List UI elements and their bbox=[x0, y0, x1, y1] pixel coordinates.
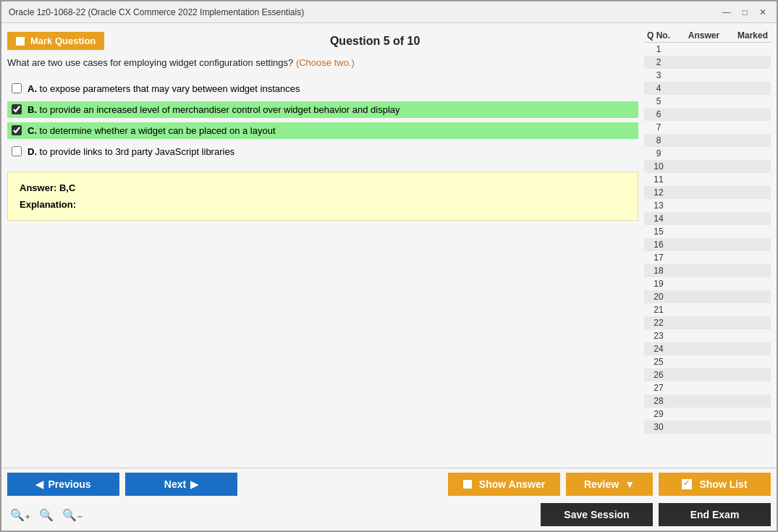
option-a-checkbox[interactable] bbox=[12, 83, 22, 93]
option-c: C. to determine whether a widget can be … bbox=[7, 122, 638, 139]
q-row-marked bbox=[735, 135, 771, 145]
q-row-number: 11 bbox=[644, 174, 673, 185]
question-text: What are two use cases for employing wid… bbox=[7, 56, 638, 70]
q-list-row[interactable]: 10 bbox=[644, 160, 771, 173]
q-row-answer bbox=[673, 344, 735, 354]
q-list-row[interactable]: 9 bbox=[644, 147, 771, 160]
q-list-row[interactable]: 28 bbox=[644, 394, 771, 408]
q-row-marked bbox=[735, 331, 771, 341]
q-row-marked bbox=[735, 83, 771, 93]
question-body: What are two use cases for employing wid… bbox=[7, 57, 293, 68]
q-row-marked bbox=[735, 240, 771, 250]
review-label: Review bbox=[584, 478, 619, 490]
left-panel: Mark Question Question 5 of 10 What are … bbox=[7, 29, 638, 462]
q-list-row[interactable]: 22 bbox=[644, 316, 771, 329]
q-row-answer bbox=[673, 135, 735, 145]
zoom-in-button[interactable]: 🔍₊ bbox=[7, 507, 33, 523]
q-list-row[interactable]: 23 bbox=[644, 329, 771, 342]
q-list-scroll[interactable]: 1 2 3 4 5 6 7 8 bbox=[644, 43, 771, 462]
q-row-number: 21 bbox=[644, 305, 673, 315]
show-list-button[interactable]: Show List bbox=[659, 473, 771, 496]
q-list-row[interactable]: 16 bbox=[644, 238, 771, 251]
q-list-row[interactable]: 8 bbox=[644, 134, 771, 147]
option-a-label: A. to expose parameters that may vary be… bbox=[28, 83, 300, 94]
q-list-row[interactable]: 29 bbox=[644, 408, 771, 421]
q-row-number: 3 bbox=[644, 70, 673, 80]
q-list-row[interactable]: 25 bbox=[644, 355, 771, 368]
close-button[interactable]: ✕ bbox=[756, 7, 769, 17]
q-list-row[interactable]: 6 bbox=[644, 108, 771, 121]
q-list-row[interactable]: 11 bbox=[644, 173, 771, 186]
option-b-checkbox[interactable] bbox=[12, 104, 22, 114]
option-c-checkbox[interactable] bbox=[12, 125, 22, 135]
q-row-answer bbox=[673, 370, 735, 380]
q-row-marked bbox=[735, 292, 771, 302]
previous-button[interactable]: ◀ Previous bbox=[7, 473, 119, 496]
q-row-marked bbox=[735, 109, 771, 119]
question-title: Question 5 of 10 bbox=[111, 35, 638, 48]
prev-arrow-icon: ◀ bbox=[35, 478, 43, 490]
q-list-row[interactable]: 1 bbox=[644, 43, 771, 56]
show-answer-button[interactable]: Show Answer bbox=[448, 473, 560, 496]
q-list-row[interactable]: 14 bbox=[644, 212, 771, 225]
window-title: Oracle 1z0-1068-22 (Oracle CX Commerce 2… bbox=[9, 7, 304, 17]
q-list-row[interactable]: 20 bbox=[644, 290, 771, 303]
q-list-row[interactable]: 18 bbox=[644, 264, 771, 277]
maximize-button[interactable]: □ bbox=[740, 7, 750, 17]
window-controls: — □ ✕ bbox=[719, 7, 769, 17]
q-list-row[interactable]: 24 bbox=[644, 342, 771, 355]
q-row-number: 23 bbox=[644, 331, 673, 341]
q-row-number: 10 bbox=[644, 161, 673, 172]
next-button[interactable]: Next ▶ bbox=[125, 473, 237, 496]
q-row-answer bbox=[673, 70, 735, 80]
q-row-marked bbox=[735, 174, 771, 185]
q-list-row[interactable]: 7 bbox=[644, 121, 771, 134]
options-list: A. to expose parameters that may vary be… bbox=[7, 80, 638, 160]
option-b: B. to provide an increased level of merc… bbox=[7, 101, 638, 118]
q-row-number: 16 bbox=[644, 240, 673, 250]
save-session-button[interactable]: Save Session bbox=[541, 503, 653, 526]
q-row-answer bbox=[673, 305, 735, 315]
q-list-row[interactable]: 2 bbox=[644, 56, 771, 69]
q-row-number: 26 bbox=[644, 370, 673, 380]
q-list-row[interactable]: 26 bbox=[644, 368, 771, 381]
q-row-marked bbox=[735, 44, 771, 54]
q-row-number: 14 bbox=[644, 214, 673, 224]
review-button[interactable]: Review ▼ bbox=[566, 473, 653, 496]
q-list-row[interactable]: 15 bbox=[644, 225, 771, 238]
q-row-answer bbox=[673, 109, 735, 119]
q-list-row[interactable]: 19 bbox=[644, 277, 771, 290]
option-b-label: B. to provide an increased level of merc… bbox=[28, 104, 400, 115]
end-exam-label: End Exam bbox=[690, 509, 740, 520]
option-d-checkbox[interactable] bbox=[12, 146, 22, 156]
next-arrow-icon: ▶ bbox=[190, 478, 198, 490]
q-list-row[interactable]: 21 bbox=[644, 303, 771, 316]
q-list-row[interactable]: 17 bbox=[644, 251, 771, 264]
mark-checkbox-icon bbox=[16, 37, 25, 46]
zoom-reset-button[interactable]: 🔍 bbox=[36, 507, 56, 523]
q-list-row[interactable]: 5 bbox=[644, 95, 771, 108]
q-list-row[interactable]: 27 bbox=[644, 381, 771, 394]
q-row-number: 28 bbox=[644, 396, 673, 406]
q-row-number: 25 bbox=[644, 357, 673, 367]
zoom-out-button[interactable]: 🔍₋ bbox=[59, 507, 85, 523]
end-exam-button[interactable]: End Exam bbox=[659, 503, 771, 526]
q-list-row[interactable]: 13 bbox=[644, 199, 771, 212]
q-list-row[interactable]: 4 bbox=[644, 82, 771, 95]
title-bar: Oracle 1z0-1068-22 (Oracle CX Commerce 2… bbox=[1, 1, 777, 23]
q-row-marked bbox=[735, 187, 771, 198]
q-list-row[interactable]: 30 bbox=[644, 421, 771, 434]
q-row-answer bbox=[673, 396, 735, 406]
right-panel: Q No. Answer Marked 1 2 3 4 5 bbox=[644, 29, 771, 462]
minimize-button[interactable]: — bbox=[719, 7, 734, 17]
bottom-bar: ◀ Previous Next ▶ Show Answer Review ▼ S… bbox=[1, 468, 777, 500]
option-c-label: C. to determine whether a widget can be … bbox=[28, 125, 276, 136]
mark-question-button[interactable]: Mark Question bbox=[7, 32, 104, 50]
q-list-row[interactable]: 12 bbox=[644, 186, 771, 199]
q-list-row[interactable]: 3 bbox=[644, 69, 771, 82]
q-row-answer bbox=[673, 174, 735, 185]
q-row-answer bbox=[673, 292, 735, 302]
q-row-number: 30 bbox=[644, 422, 673, 432]
q-row-answer bbox=[673, 253, 735, 263]
q-row-number: 7 bbox=[644, 122, 673, 132]
